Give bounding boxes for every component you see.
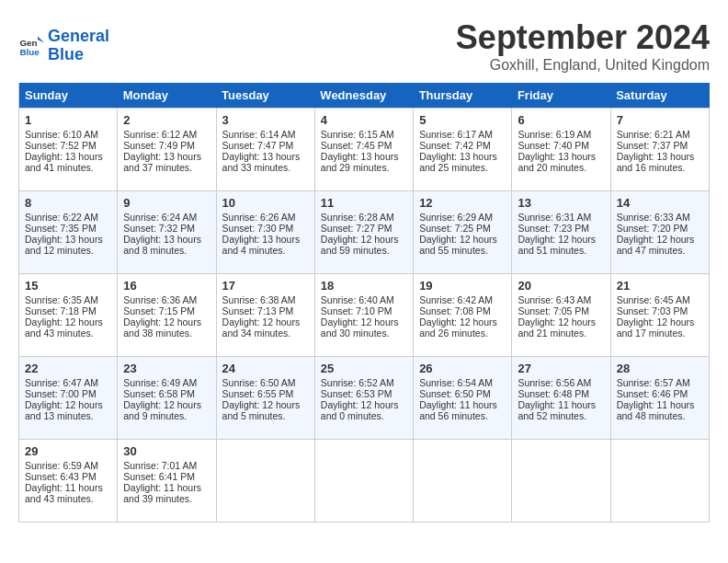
col-thursday: Thursday <box>414 83 512 109</box>
col-saturday: Saturday <box>610 83 709 109</box>
table-row: 29Sunrise: 6:59 AMSunset: 6:43 PMDayligh… <box>19 440 118 523</box>
table-row: 11Sunrise: 6:28 AMSunset: 7:27 PMDayligh… <box>314 191 413 274</box>
table-row: 21Sunrise: 6:45 AMSunset: 7:03 PMDayligh… <box>610 274 709 357</box>
col-tuesday: Tuesday <box>216 83 314 109</box>
logo: Gen Blue General Blue <box>18 28 109 64</box>
location: Goxhill, England, United Kingdom <box>456 57 710 74</box>
table-row: 18Sunrise: 6:40 AMSunset: 7:10 PMDayligh… <box>314 274 413 357</box>
table-row: 15Sunrise: 6:35 AMSunset: 7:18 PMDayligh… <box>19 274 118 357</box>
logo-text-line1: General <box>48 28 109 46</box>
header-row: Sunday Monday Tuesday Wednesday Thursday… <box>19 83 710 109</box>
table-row: 27Sunrise: 6:56 AMSunset: 6:48 PMDayligh… <box>512 357 610 440</box>
table-row: 28Sunrise: 6:57 AMSunset: 6:46 PMDayligh… <box>610 357 709 440</box>
col-wednesday: Wednesday <box>314 83 413 109</box>
table-row: 23Sunrise: 6:49 AMSunset: 6:58 PMDayligh… <box>118 357 216 440</box>
table-row: 30Sunrise: 7:01 AMSunset: 6:41 PMDayligh… <box>118 440 216 523</box>
table-row: 20Sunrise: 6:43 AMSunset: 7:05 PMDayligh… <box>512 274 610 357</box>
table-row: 22Sunrise: 6:47 AMSunset: 7:00 PMDayligh… <box>19 357 118 440</box>
table-row: 10Sunrise: 6:26 AMSunset: 7:30 PMDayligh… <box>216 191 314 274</box>
table-row: 3Sunrise: 6:14 AMSunset: 7:47 PMDaylight… <box>216 109 314 191</box>
table-row: 17Sunrise: 6:38 AMSunset: 7:13 PMDayligh… <box>216 274 314 357</box>
table-row: 26Sunrise: 6:54 AMSunset: 6:50 PMDayligh… <box>414 357 512 440</box>
col-friday: Friday <box>512 83 610 109</box>
table-row: 14Sunrise: 6:33 AMSunset: 7:20 PMDayligh… <box>610 191 709 274</box>
table-row: 8Sunrise: 6:22 AMSunset: 7:35 PMDaylight… <box>19 191 118 274</box>
table-row: 5Sunrise: 6:17 AMSunset: 7:42 PMDaylight… <box>414 109 512 191</box>
col-sunday: Sunday <box>19 83 118 109</box>
svg-marker-2 <box>38 36 44 42</box>
table-row <box>414 440 512 523</box>
calendar-table: Sunday Monday Tuesday Wednesday Thursday… <box>18 83 710 523</box>
table-row <box>216 440 314 523</box>
logo-icon: Gen Blue <box>18 33 44 59</box>
table-row <box>610 440 709 523</box>
table-row: 24Sunrise: 6:50 AMSunset: 6:55 PMDayligh… <box>216 357 314 440</box>
month-title: September 2024 <box>456 18 710 57</box>
table-row: 25Sunrise: 6:52 AMSunset: 6:53 PMDayligh… <box>314 357 413 440</box>
logo-text-line2: Blue <box>48 46 109 64</box>
svg-text:Blue: Blue <box>19 47 40 57</box>
table-row: 1Sunrise: 6:10 AMSunset: 7:52 PMDaylight… <box>19 109 118 191</box>
table-row: 9Sunrise: 6:24 AMSunset: 7:32 PMDaylight… <box>118 191 216 274</box>
table-row: 7Sunrise: 6:21 AMSunset: 7:37 PMDaylight… <box>610 109 709 191</box>
table-row: 6Sunrise: 6:19 AMSunset: 7:40 PMDaylight… <box>512 109 610 191</box>
table-row: 2Sunrise: 6:12 AMSunset: 7:49 PMDaylight… <box>118 109 216 191</box>
table-row: 12Sunrise: 6:29 AMSunset: 7:25 PMDayligh… <box>414 191 512 274</box>
table-row: 19Sunrise: 6:42 AMSunset: 7:08 PMDayligh… <box>414 274 512 357</box>
table-row: 16Sunrise: 6:36 AMSunset: 7:15 PMDayligh… <box>118 274 216 357</box>
table-row <box>512 440 610 523</box>
title-block: September 2024 Goxhill, England, United … <box>456 18 710 74</box>
col-monday: Monday <box>118 83 216 109</box>
table-row <box>314 440 413 523</box>
table-row: 13Sunrise: 6:31 AMSunset: 7:23 PMDayligh… <box>512 191 610 274</box>
table-row: 4Sunrise: 6:15 AMSunset: 7:45 PMDaylight… <box>314 109 413 191</box>
